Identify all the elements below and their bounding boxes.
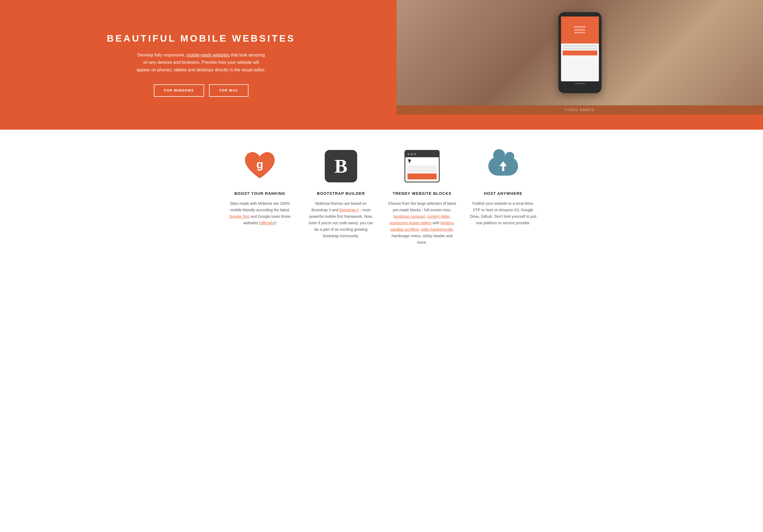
trendy-sep3: ,	[454, 221, 455, 225]
browser-block-orange	[407, 173, 437, 179]
host-title: HOST ANYWHERE	[484, 191, 522, 196]
phone-home-indicator	[575, 83, 585, 84]
hero-buttons-group: FOR WINDOWS FOR MAC	[154, 84, 249, 97]
phone-bar-1	[563, 45, 597, 47]
upload-arrow-head	[499, 161, 507, 166]
trendy-desc: Choose from the large selection of lates…	[388, 201, 456, 246]
bootstrap-carousel-link[interactable]: bootstrap carousel	[394, 214, 425, 219]
phone-screen: MOBIRISEWEBSITEBUILDER	[561, 17, 599, 81]
hero-mobile-link[interactable]: mobile-ready websites	[186, 53, 230, 57]
bootstrap-icon-container: B	[323, 148, 359, 184]
phone-screen-content	[561, 44, 599, 81]
google-test-link[interactable]: Google Test	[229, 214, 250, 219]
phone-bar-orange	[563, 50, 597, 55]
bootstrap4-link[interactable]: Bootstrap 4	[339, 208, 359, 212]
boost-desc-end: )!	[274, 221, 276, 225]
svg-text:g: g	[256, 158, 263, 171]
phone-bar-2	[563, 48, 597, 49]
feature-host: HOST ANYWHERE Publish your website to a …	[463, 148, 544, 246]
hero-description: Develop fully responsive, mobile-ready w…	[136, 51, 266, 73]
phone-screen-text: MOBIRISEWEBSITEBUILDER	[574, 26, 586, 34]
video-embed-label: VIDEO EMBED	[397, 105, 763, 115]
bootstrap-desc-end: - most powerful mobile first framework. …	[309, 208, 373, 238]
feature-bootstrap: B BOOTSTRAP BUILDER Mobirise themes are …	[300, 148, 382, 246]
host-icon-container	[486, 148, 521, 184]
browser-dot-3	[414, 153, 416, 155]
video-bg-link[interactable]: video backgrounds	[421, 227, 453, 231]
bootstrap-b-letter: B	[334, 156, 347, 176]
upload-arrow-stem	[502, 166, 504, 171]
cloud-upload-icon	[486, 151, 521, 181]
hero-section: BEAUTIFUL MOBILE WEBSITES Develop fully …	[0, 0, 763, 130]
trendy-sep2: ,	[449, 214, 450, 219]
responsive-gallery-link[interactable]: responsive image gallery	[389, 221, 432, 225]
features-section: g BOOST YOUR RANKING Sites made with Mob…	[0, 130, 763, 262]
windows-button[interactable]: FOR WINDOWS	[154, 84, 204, 97]
hero-desc-text1: Develop fully responsive,	[137, 53, 186, 57]
host-desc: Publish your website to a local drive, F…	[469, 201, 537, 226]
hero-right-image: MOBIRISEWEBSITEBUILDER VIDEO EMBED	[397, 0, 763, 130]
boost-icon-container: g	[242, 148, 277, 184]
upload-arrow	[499, 161, 507, 171]
boost-desc-text: Sites made with Mobirise are 100% mobile…	[230, 201, 290, 212]
feature-trendy: TRENDY WEBSITE BLOCKS Choose from the la…	[382, 148, 463, 246]
content-slider-link[interactable]: content slider	[427, 214, 449, 219]
video-embed-text: VIDEO EMBED	[565, 108, 595, 112]
cloud-shape	[488, 157, 518, 176]
trendy-desc-intro: Choose from the large selection of lates…	[388, 201, 456, 212]
boost-desc: Sites made with Mobirise are 100% mobile…	[226, 201, 294, 226]
browser-dot-2	[411, 153, 413, 155]
hero-phone-area: MOBIRISEWEBSITEBUILDER	[397, 0, 763, 105]
lightbox-link[interactable]: lightbox	[440, 221, 454, 225]
phone-screen-header: MOBIRISEWEBSITEBUILDER	[561, 17, 599, 44]
browser-cursor	[407, 159, 437, 163]
browser-block-white	[407, 166, 437, 172]
browser-dot-1	[407, 153, 409, 155]
trendy-icon-container	[404, 148, 440, 184]
bootstrap-desc: Mobirise themes are based on Bootstrap 3…	[307, 201, 375, 239]
cursor-arrow-icon	[407, 159, 411, 163]
phone-mockup: MOBIRISEWEBSITEBUILDER	[558, 12, 601, 93]
bootstrap-title: BOOTSTRAP BUILDER	[317, 191, 365, 196]
feature-boost: g BOOST YOUR RANKING Sites made with Mob…	[219, 148, 300, 246]
hero-title: BEAUTIFUL MOBILE WEBSITES	[107, 33, 295, 44]
browser-topbar	[405, 151, 439, 157]
officially-link[interactable]: officially	[261, 221, 274, 225]
trendy-mid: with	[432, 221, 440, 225]
trendy-title: TRENDY WEBSITE BLOCKS	[392, 191, 451, 196]
browser-blocks-icon	[404, 150, 440, 182]
bootstrap-icon: B	[325, 150, 357, 182]
parallax-link[interactable]: parallax scrolling	[390, 227, 419, 231]
mac-button[interactable]: FOR MAC	[209, 84, 249, 97]
google-heart-icon: g	[242, 148, 277, 184]
browser-body	[405, 157, 439, 182]
boost-title: BOOST YOUR RANKING	[234, 191, 285, 196]
hero-left-content: BEAUTIFUL MOBILE WEBSITES Develop fully …	[0, 0, 397, 130]
